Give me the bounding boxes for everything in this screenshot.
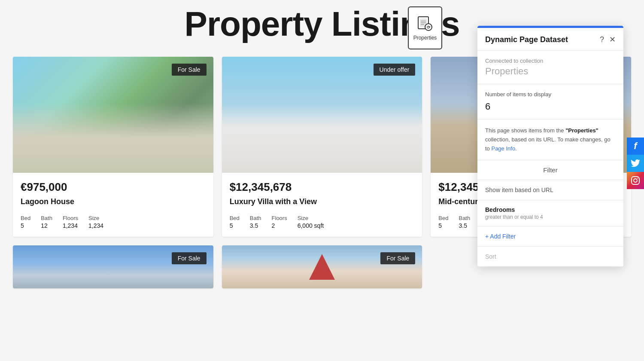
card-body-2: $12,345,678 Luxury Villa with a View Bed… (222, 173, 422, 237)
panel-title: Dynamic Page Dataset (485, 35, 568, 44)
close-icon: ✕ (609, 35, 616, 44)
panel-sort-section: Sort (477, 247, 623, 266)
card-price-1: €975,000 (21, 180, 206, 194)
card-detail-floors-1: Floors 1,234 (63, 215, 78, 229)
info-collection-bold: "Properties" (565, 127, 598, 134)
panel-help-button[interactable]: ? (600, 35, 604, 44)
add-filter-section: + Add Filter (477, 226, 623, 247)
card-detail-bath-3: Bath 3.5 (459, 215, 470, 229)
items-count: 6 (485, 101, 616, 112)
card-details-1: Bed 5 Bath 12 Floors 1,234 Size 1,234 (21, 215, 206, 229)
card-detail-bath-2: Bath 3.5 (250, 215, 261, 229)
filter-label: Filter (543, 166, 557, 174)
connected-label: Connected to collection (485, 58, 616, 64)
card-name-1: Lagoon House (21, 197, 206, 206)
card-name-2: Luxury Villa with a View (230, 197, 415, 206)
properties-button-label: Properties (413, 35, 437, 41)
card-detail-bed-2: Bed 5 (230, 215, 240, 229)
status-badge-5: For Sale (380, 252, 415, 264)
properties-icon: ⟳ (416, 15, 434, 32)
card-detail-bath-1: Bath 12 (41, 215, 52, 229)
card-detail-floors-2: Floors 2 (272, 215, 287, 229)
card-detail-bed-1: Bed 5 (21, 215, 30, 229)
dynamic-page-dataset-panel: Dynamic Page Dataset ? ✕ Connected to co… (477, 26, 623, 266)
status-badge-2: Under offer (374, 64, 416, 76)
svg-text:⟳: ⟳ (427, 25, 431, 30)
card-image-wrapper-5: For Sale (222, 245, 422, 288)
properties-icon-button[interactable]: ⟳ Properties (408, 6, 442, 49)
property-card-5[interactable]: For Sale (222, 245, 422, 288)
sort-label: Sort (485, 253, 496, 260)
info-text-3: . (515, 145, 517, 152)
panel-collection-section: Connected to collection Properties (477, 51, 623, 84)
add-filter-link[interactable]: + Add Filter (485, 233, 516, 240)
property-card-4[interactable]: For Sale (13, 245, 213, 288)
svg-point-9 (637, 177, 638, 178)
card-body-1: €975,000 Lagoon House Bed 5 Bath 12 Floo… (13, 173, 213, 237)
instagram-icon[interactable] (627, 172, 644, 189)
panel-items-section: Number of items to display 6 (477, 84, 623, 119)
status-badge-4: For Sale (172, 252, 207, 264)
card-image-5 (222, 245, 422, 288)
panel-header: Dynamic Page Dataset ? ✕ (477, 28, 623, 51)
twitter-icon[interactable] (627, 155, 644, 172)
bedrooms-title: Bedrooms (485, 206, 616, 213)
card-image-4 (13, 245, 213, 288)
panel-info-section: This page shows items from the "Properti… (477, 119, 623, 160)
card-detail-size-2: Size 6,000 sqft (298, 215, 324, 229)
card-detail-size-1: Size 1,234 (88, 215, 103, 229)
card-image-wrapper-1: For Sale (13, 57, 213, 173)
panel-header-icons: ? ✕ (600, 35, 616, 44)
items-label: Number of items to display (485, 91, 616, 98)
question-icon: ? (600, 35, 604, 44)
svg-point-8 (634, 179, 637, 182)
page-info-link[interactable]: Page Info (491, 145, 515, 152)
status-badge-1: For Sale (172, 64, 207, 76)
collection-name: Properties (485, 66, 616, 77)
panel-close-button[interactable]: ✕ (609, 35, 616, 44)
bedrooms-condition: greater than or equal to 4 (485, 214, 616, 220)
property-card-1[interactable]: For Sale €975,000 Lagoon House Bed 5 Bat… (13, 57, 213, 237)
info-text-1: This page shows items from the (485, 127, 565, 134)
property-card-2[interactable]: Under offer $12,345,678 Luxury Villa wit… (222, 57, 422, 237)
panel-filter-header: Filter (477, 160, 623, 180)
social-icons: f (627, 138, 644, 189)
show-url-label: Show item based on URL (485, 187, 553, 193)
card-image-wrapper-4: For Sale (13, 245, 213, 288)
card-detail-bed-3: Bed 5 (438, 215, 448, 229)
panel-bedrooms-filter: Bedrooms greater than or equal to 4 (477, 200, 623, 226)
card-image-wrapper-2: Under offer (222, 57, 422, 173)
facebook-icon[interactable]: f (627, 138, 644, 155)
card-details-2: Bed 5 Bath 3.5 Floors 2 Size 6,000 sqft (230, 215, 415, 229)
card-price-2: $12,345,678 (230, 180, 415, 194)
panel-show-url: Show item based on URL (477, 180, 623, 200)
